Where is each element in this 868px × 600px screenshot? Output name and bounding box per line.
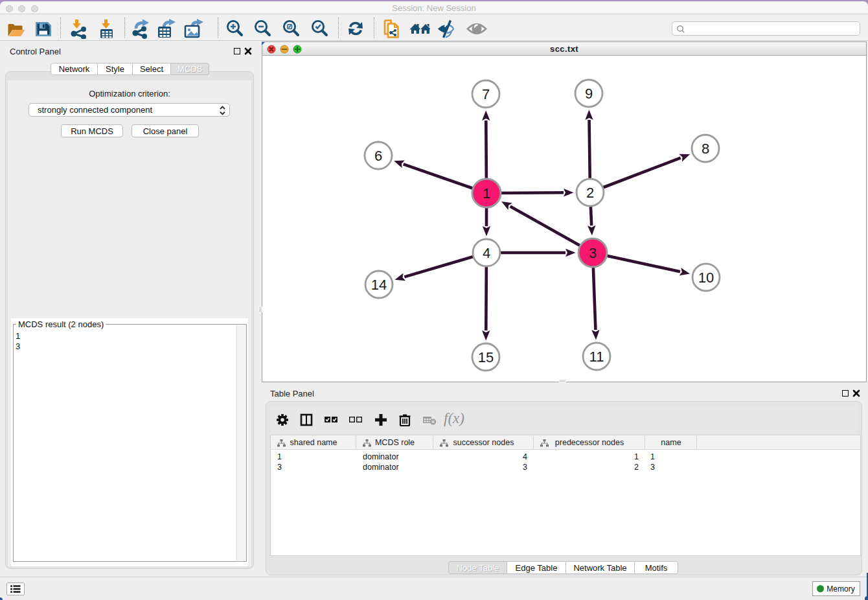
svg-text:2: 2 [586,185,594,201]
svg-text:7: 7 [482,86,490,102]
svg-text:6: 6 [374,148,382,164]
svg-text:1: 1 [483,185,490,202]
svg-text:9: 9 [585,86,593,102]
svg-text:8: 8 [702,141,709,157]
svg-text:14: 14 [371,277,387,293]
svg-text:3: 3 [589,245,597,261]
svg-text:10: 10 [698,270,714,286]
svg-text:4: 4 [483,245,490,261]
svg-text:11: 11 [589,349,604,365]
svg-text:15: 15 [478,349,494,365]
